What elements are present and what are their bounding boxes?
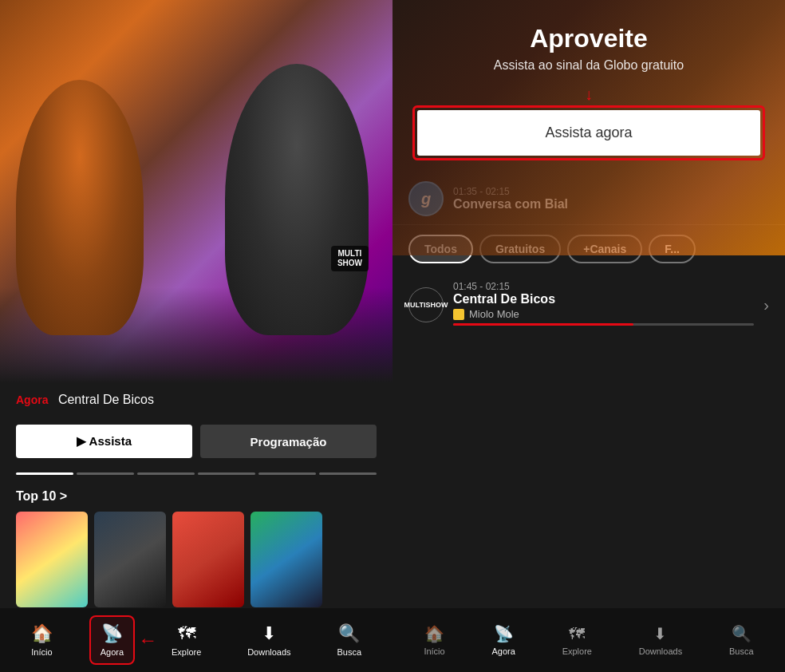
right-nav-busca[interactable]: 🔍 Busca: [721, 619, 762, 661]
nav-downloads-label: Downloads: [247, 647, 290, 657]
progress-dots: [0, 466, 392, 481]
channel2-progress: [453, 323, 754, 326]
progress-dot-5: [258, 472, 316, 475]
multishow-badge-text2: SHOW: [337, 259, 362, 268]
right-content: Aproveite Assista ao sinal da Globo grat…: [392, 0, 785, 173]
right-nav-explore-label: Explore: [562, 646, 592, 656]
nav-explore[interactable]: 🗺 Explore: [162, 617, 211, 663]
progress-dot-6: [319, 472, 377, 475]
home-icon: 🏠: [31, 623, 53, 644]
nav-busca-label: Busca: [337, 647, 361, 657]
right-search-icon: 🔍: [732, 624, 751, 643]
thumbnail-1[interactable]: [16, 512, 88, 607]
channel2-show: Central De Bicos: [453, 292, 754, 306]
top10-section: Top 10 >: [0, 481, 392, 615]
nav-inicio-label: Início: [31, 647, 52, 657]
progress-dot-4: [198, 472, 255, 475]
watch-button[interactable]: ▶ Assista: [16, 425, 192, 458]
right-nav-downloads[interactable]: ⬇ Downloads: [631, 619, 690, 661]
progress-dot-2: [77, 472, 134, 475]
thumbnail-4[interactable]: [250, 512, 322, 607]
person-left: [16, 80, 144, 335]
nav-agora[interactable]: 📡 Agora ←: [89, 615, 135, 665]
progress-dot-1: [16, 472, 73, 475]
thumbnails-row: [16, 512, 377, 607]
nav-agora-label: Agora: [101, 647, 124, 657]
search-icon: 🔍: [338, 623, 360, 644]
progress-dot-3: [137, 472, 195, 475]
multishow-logo: MULTI SHOW: [408, 287, 444, 322]
nav-busca[interactable]: 🔍 Busca: [327, 617, 371, 663]
episode-info: Miolo Mole: [453, 308, 754, 320]
right-nav-explore[interactable]: 🗺 Explore: [554, 620, 600, 661]
right-panel: Aproveite Assista ao sinal da Globo grat…: [392, 0, 785, 672]
right-nav-inicio-label: Início: [424, 646, 444, 656]
nav-inicio[interactable]: 🏠 Início: [22, 617, 62, 663]
chevron-right-icon: ›: [763, 296, 769, 314]
subtitle-text: Assista ao sinal da Globo gratuito: [408, 58, 769, 73]
arrow-indicator: ←: [138, 629, 157, 651]
right-explore-icon: 🗺: [569, 625, 585, 643]
assista-agora-container: Assista agora: [412, 105, 765, 160]
thumbnail-2[interactable]: [94, 512, 166, 607]
schedule-button[interactable]: Programação: [200, 425, 377, 458]
multishow-badge-text: MULTI: [337, 249, 362, 259]
right-nav-busca-label: Busca: [729, 646, 754, 656]
multishow-logo-line2: SHOW: [425, 301, 448, 310]
hero-buttons: ▶ Assista Programação: [0, 417, 392, 466]
right-nav-agora-label: Agora: [491, 646, 515, 656]
right-nav-agora[interactable]: 📡 Agora: [483, 619, 523, 661]
assista-agora-button[interactable]: Assista agora: [417, 110, 760, 156]
episode-dot: [453, 309, 464, 320]
episode-name: Miolo Mole: [469, 308, 519, 320]
channel-item-multishow[interactable]: MULTI SHOW 01:45 - 02:15 Central De Bico…: [392, 273, 785, 337]
aproveite-title: Aproveite: [408, 24, 769, 53]
red-arrow-icon: ↓: [408, 85, 769, 104]
download-icon: ⬇: [262, 623, 276, 644]
nav-downloads[interactable]: ⬇ Downloads: [238, 617, 300, 663]
channel2-time: 01:45 - 02:15: [453, 281, 754, 292]
person-right: [225, 64, 369, 335]
channel2-info: 01:45 - 02:15 Central De Bicos Miolo Mol…: [453, 281, 754, 329]
top10-header[interactable]: Top 10 >: [16, 489, 377, 504]
show-title: Central De Bicos: [58, 393, 154, 406]
right-home-icon: 🏠: [424, 624, 444, 643]
right-download-icon: ⬇: [653, 624, 667, 643]
bottom-nav-right: 🏠 Início 📡 Agora 🗺 Explore ⬇ Downloads 🔍…: [392, 608, 785, 672]
now-label: Agora: [16, 393, 48, 406]
explore-icon: 🗺: [178, 623, 195, 644]
multishow-badge: MULTI SHOW: [331, 246, 369, 271]
right-nav-inicio[interactable]: 🏠 Início: [416, 619, 452, 661]
hero-image: MULTI SHOW: [0, 0, 392, 383]
progress-fill: [453, 323, 633, 326]
nav-explore-label: Explore: [172, 647, 201, 657]
live-icon: 📡: [101, 623, 123, 644]
bottom-nav-left: 🏠 Início 📡 Agora ← 🗺 Explore ⬇ Downloads…: [0, 608, 392, 672]
hero-title-area: Agora Central De Bicos: [0, 383, 392, 417]
right-nav-downloads-label: Downloads: [639, 646, 682, 656]
right-live-icon: 📡: [494, 624, 514, 643]
multishow-logo-line1: MULTI: [404, 301, 426, 310]
left-panel: MULTI SHOW Agora Central De Bicos ▶ Assi…: [0, 0, 392, 672]
thumbnail-3[interactable]: [172, 512, 244, 607]
